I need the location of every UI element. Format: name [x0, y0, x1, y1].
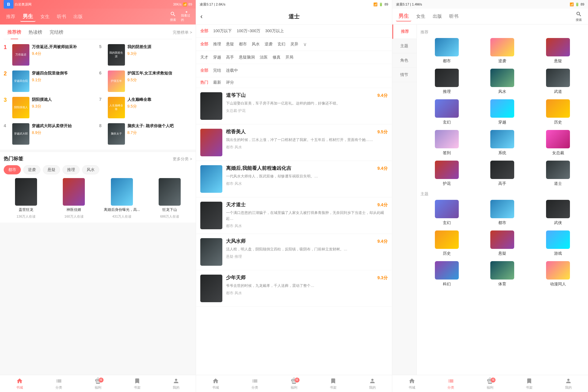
- filter-lianzai[interactable]: 连载中: [226, 67, 238, 74]
- list-item[interactable]: 高手: [476, 161, 529, 186]
- bottom-nav-fenlei-p3[interactable]: 分类: [432, 376, 471, 391]
- filter-xuanhuan[interactable]: 玄幻: [277, 41, 285, 48]
- list-item[interactable]: 历史: [420, 230, 473, 256]
- list-item[interactable]: 都市: [476, 200, 529, 226]
- table-row[interactable]: 道爷下山 9.4分 下山迎娶白富美，车子房子再加一亿彩礼。这样的婚约，好像还不错…: [196, 88, 392, 124]
- bottom-nav-fuli[interactable]: 福利 续: [78, 376, 118, 391]
- list-item[interactable]: 悬疑: [476, 230, 529, 256]
- filter-all-genre[interactable]: 全部: [200, 41, 208, 48]
- tag-nixí[interactable]: 逆袭: [23, 165, 40, 174]
- list-item[interactable]: 游戏: [532, 230, 584, 256]
- history-button[interactable]: 我看过的: [181, 11, 192, 22]
- bottom-nav-wode-p2[interactable]: 我的: [353, 376, 392, 391]
- bottom-nav-fenlei-p2[interactable]: 分类: [235, 376, 274, 391]
- sort-hot[interactable]: 热门: [200, 80, 208, 85]
- rank-tab-wanjie[interactable]: 完结榜: [46, 28, 67, 36]
- bottom-nav-shujia-p2[interactable]: 书架: [314, 376, 353, 391]
- bottom-nav-fuli-p3[interactable]: 福利 续: [470, 376, 510, 391]
- bottom-nav-wode[interactable]: 我的: [156, 376, 196, 391]
- list-item[interactable]: 都市: [420, 38, 473, 64]
- tab-nvsheng-p3[interactable]: 女生: [414, 12, 428, 21]
- rank-tab-redu[interactable]: 热读榜: [25, 28, 46, 36]
- rank-more-link[interactable]: 完整榜单 >: [173, 30, 192, 35]
- bottom-nav-shucheng[interactable]: 书城: [0, 376, 39, 391]
- list-item[interactable]: 神医佳婿 160万人在读: [51, 178, 96, 219]
- list-item[interactable]: 女总裁: [532, 130, 584, 156]
- sidebar-item-zhuti[interactable]: 主题: [392, 39, 417, 53]
- list-item[interactable]: 逆袭: [476, 38, 529, 64]
- table-row[interactable]: 8 脑疾太子 脑疾太子: 跪求你做个人吧 8.7分: [99, 122, 192, 146]
- list-item[interactable]: 盖世狂龙 136万人在读: [4, 178, 48, 219]
- table-row[interactable]: 5 我的阴差生涯 我的阴差生涯 9.3分: [99, 43, 192, 67]
- filter-all-status[interactable]: 全部: [200, 67, 208, 74]
- tab-tingshu-p3[interactable]: 听书: [447, 12, 461, 21]
- filter-xuanyi[interactable]: 悬疑: [226, 41, 234, 48]
- list-item[interactable]: 穿越: [476, 99, 529, 125]
- filter-expand-icon[interactable]: ∨: [303, 41, 307, 47]
- filter-nixí[interactable]: 逆袭: [265, 41, 273, 48]
- table-row[interactable]: 棺香美人 9.5分 我出生的时候，江水上涨，冲了一口棺材进了我家。十五年后，棺材…: [196, 124, 392, 161]
- tab-nansheng[interactable]: 男生: [20, 12, 36, 22]
- bottom-nav-shujia-p3[interactable]: 书架: [510, 376, 549, 391]
- filter-300w-up[interactable]: 300万以上: [265, 28, 284, 34]
- list-item[interactable]: 护花: [420, 161, 473, 186]
- bottom-nav-fenlei[interactable]: 分类: [39, 376, 78, 391]
- filter-kaiju[interactable]: 开局: [285, 54, 293, 61]
- list-item[interactable]: 风水: [476, 69, 529, 94]
- list-item[interactable]: 武侠: [532, 200, 584, 226]
- table-row[interactable]: 6 护国五年 护国五年,女王来求救短信 9.5分: [99, 69, 192, 93]
- filter-tiancai[interactable]: 天才: [200, 54, 208, 61]
- list-item[interactable]: 推理: [420, 69, 473, 94]
- table-row[interactable]: 大风水师 9.4分 活人棺，明人盘，阴阳颠倒立四柱，反阳镇，吸阴布，门前林立发财…: [196, 234, 392, 270]
- bottom-nav-fuli-p2[interactable]: 福利 续: [274, 376, 314, 391]
- filter-all-words[interactable]: 全部: [200, 28, 208, 34]
- filter-gaoshou[interactable]: 高手: [226, 54, 234, 61]
- tab-chuban-p3[interactable]: 出版: [430, 12, 444, 21]
- rank-tab-tuijian[interactable]: 推荐榜: [4, 28, 25, 36]
- tag-tuili[interactable]: 推理: [62, 165, 80, 174]
- filter-100-300w[interactable]: 100万~300万: [237, 28, 260, 34]
- list-item[interactable]: 玄幻: [420, 99, 473, 125]
- filter-fayī[interactable]: 法医: [260, 54, 268, 61]
- hot-tags-more[interactable]: 更多分类 >: [173, 156, 192, 162]
- list-item[interactable]: 科幻: [420, 261, 473, 287]
- tab-tingshu[interactable]: 听书: [55, 13, 69, 21]
- bottom-nav-shucheng-p3[interactable]: 书城: [392, 376, 432, 391]
- filter-100w-less[interactable]: 100万以下: [213, 28, 232, 34]
- search-button[interactable]: 搜索: [168, 11, 179, 22]
- sidebar-item-qingjie[interactable]: 情节: [392, 68, 417, 82]
- bottom-nav-wode-p3[interactable]: 我的: [549, 376, 588, 391]
- table-row[interactable]: 2 穿越四合院 穿越四合院里做倒爷 9.1分: [4, 69, 97, 93]
- bottom-nav-shucheng-p2[interactable]: 书城: [196, 376, 235, 391]
- table-row[interactable]: 1 万倍返还 万倍返还,开局被师姐采补 9.4分: [4, 43, 97, 67]
- list-item[interactable]: 历史: [532, 99, 584, 125]
- sidebar-item-juese[interactable]: 角色: [392, 53, 417, 68]
- list-item[interactable]: 悬疑: [532, 38, 584, 64]
- tag-dushi[interactable]: 都市: [4, 165, 21, 174]
- list-item[interactable]: 武道: [532, 69, 584, 94]
- filter-xuanyi-naodong[interactable]: 悬疑脑洞: [239, 54, 255, 61]
- filter-lingyi[interactable]: 灵异: [290, 41, 298, 48]
- tab-nansheng-p3[interactable]: 男生: [396, 11, 411, 21]
- filter-chuanyue[interactable]: 穿越: [213, 54, 221, 61]
- table-row[interactable]: 离婚后,我能看人前程逢凶化吉 9.4分 一代风水大师传人，医武双修，却惨遭车祸双…: [196, 161, 392, 197]
- list-item[interactable]: 系统: [476, 130, 529, 156]
- list-item[interactable]: 狂龙下山 686万人在读: [147, 178, 192, 219]
- tag-xuanyi[interactable]: 悬疑: [43, 165, 60, 174]
- tab-tuijian[interactable]: 推荐: [4, 13, 18, 21]
- list-item[interactable]: 体育: [476, 261, 529, 287]
- filter-dushi[interactable]: 都市: [239, 41, 247, 48]
- list-item[interactable]: 离婚后身份曝光，高... 431万人在读: [100, 178, 144, 219]
- sort-score[interactable]: 评分: [226, 80, 234, 85]
- list-item[interactable]: 签到: [420, 130, 473, 156]
- tag-fengshui[interactable]: 风水: [82, 165, 99, 174]
- sidebar-item-tuijian[interactable]: 推荐: [392, 25, 417, 39]
- filter-tuili[interactable]: 推理: [213, 41, 221, 48]
- table-row[interactable]: 7 人生巅峰全靠 人生巅峰全靠 9.5分: [99, 96, 192, 120]
- table-row[interactable]: 4 穿越武大郎 穿越武大郎从卖饼开始 8.9分: [4, 122, 97, 146]
- list-item[interactable]: 动漫同人: [532, 261, 584, 287]
- back-button[interactable]: ‹: [200, 13, 209, 21]
- tab-chuban[interactable]: 出版: [71, 13, 85, 21]
- table-row[interactable]: 3 阴阳摸诡人 阴阳摸诡人 9.3分: [4, 96, 97, 120]
- list-item[interactable]: 玄幻: [420, 200, 473, 226]
